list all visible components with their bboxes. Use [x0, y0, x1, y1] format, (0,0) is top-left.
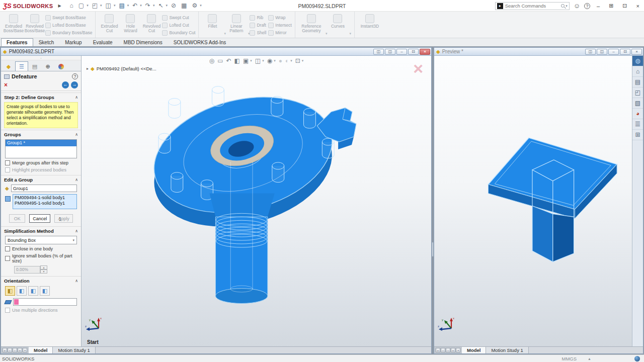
spin-up-button[interactable]: ▲ — [40, 265, 47, 269]
orientation-current-button[interactable]: ◧ — [5, 286, 15, 296]
swept-boss-button[interactable]: Swept Boss/Base — [45, 14, 92, 21]
edit-group-section-header[interactable]: Edit a Group — [4, 177, 75, 183]
home-taskpane-icon[interactable]: ⌂ — [632, 66, 643, 77]
orientation-right-button[interactable]: ◧ — [40, 286, 50, 296]
tab-solidworks-addins[interactable]: SOLIDWORKS Add-Ins — [168, 38, 231, 46]
help-icon[interactable]: ? — [584, 3, 590, 9]
preview-viewport[interactable]: x y z — [434, 56, 632, 346]
cancel-button[interactable]: Cancel — [29, 214, 50, 223]
simplification-section-header[interactable]: Simplification Method — [4, 228, 75, 234]
tree-expand-icon[interactable]: ▸ — [87, 66, 89, 71]
orientation-front-button[interactable]: ◧ — [17, 286, 27, 296]
new-caret-icon[interactable]: ▾ — [87, 4, 89, 8]
fillet-button[interactable]: Fillet — [202, 13, 223, 29]
step-collapse-icon[interactable]: ∧ — [75, 95, 78, 100]
view-settings-icon[interactable]: ⊡ — [295, 57, 300, 64]
draft-button[interactable]: Draft — [250, 22, 266, 29]
zoom-fit-icon[interactable]: ◎ — [209, 57, 214, 64]
simplification-method-select[interactable]: Bounding Box ▾ — [5, 236, 77, 244]
nav-first-icon[interactable]: « — [436, 348, 440, 352]
orientation-top-button[interactable]: ◧ — [28, 286, 38, 296]
select-icon[interactable]: ↖ — [156, 2, 165, 10]
nav-prev-icon[interactable]: ‹ — [441, 348, 445, 352]
minimize-button[interactable]: – — [594, 3, 602, 9]
appearances-icon[interactable]: ◕ — [632, 109, 643, 119]
units-indicator[interactable]: MMGS — [562, 356, 577, 361]
display-style-icon[interactable]: ◫ — [255, 57, 261, 64]
close-button[interactable]: × — [634, 3, 642, 9]
view-settings-caret-icon[interactable]: ▾ — [302, 59, 304, 63]
preview-close-button[interactable]: × — [631, 49, 642, 55]
shell-button[interactable]: Shell — [250, 29, 266, 36]
group-list-item[interactable]: Group1 * — [6, 140, 76, 146]
revolved-cut-button[interactable]: Revolved Cut — [141, 13, 162, 34]
undo-icon[interactable]: ↶ — [131, 2, 139, 10]
print-caret-icon[interactable]: ▾ — [127, 4, 129, 8]
scene-caret-icon[interactable]: ▾ — [290, 59, 292, 63]
pm-cancel-icon[interactable]: × — [4, 81, 60, 88]
revolved-boss-button[interactable]: Revolved Boss/Base — [24, 13, 45, 34]
direction-selection-field[interactable] — [13, 298, 77, 306]
preview-motion-study-tab[interactable]: Motion Study 1 — [486, 347, 528, 353]
search-caret-icon[interactable]: ▾ — [566, 4, 568, 8]
panel-splitter-handle[interactable]: ◦ — [1, 56, 81, 60]
preview-window-titlebar[interactable]: ◆ Preview * ◫ ◫ – ⊡ × — [434, 48, 643, 56]
search-commands-box[interactable]: ▸ ▾ — [495, 2, 570, 10]
nav-last-icon[interactable]: » — [451, 348, 455, 352]
undo-caret-icon[interactable]: ▾ — [140, 4, 142, 8]
body-list-item[interactable]: PM009495-1-solid body1 — [15, 201, 75, 206]
linear-pattern-button[interactable]: Linear Pattern — [226, 13, 247, 34]
view-orientation-icon[interactable]: ▣ — [243, 57, 249, 64]
groups-list[interactable]: Group1 * — [5, 139, 77, 158]
hide-show-caret-icon[interactable]: ▾ — [274, 59, 276, 63]
new-document-icon[interactable]: ▢ — [77, 2, 86, 10]
nav-last-icon[interactable]: » — [18, 348, 22, 352]
zoom-area-icon[interactable]: ▭ — [217, 57, 223, 64]
step-back-button[interactable]: ← — [62, 81, 69, 88]
pane-right-button[interactable]: ◫ — [385, 49, 395, 55]
preview-3d-view[interactable] — [434, 56, 632, 346]
spin-down-button[interactable]: ▼ — [40, 269, 47, 274]
groups-section-header[interactable]: Groups — [4, 132, 75, 137]
confirmation-corner-cancel-icon[interactable]: × — [413, 60, 423, 77]
window-layout-button[interactable]: ⊞ — [606, 3, 616, 9]
boundary-cut-button[interactable]: Boundary Cut — [162, 29, 195, 36]
section-view-icon[interactable]: ◧ — [234, 57, 240, 64]
home-icon[interactable]: ⌂ — [68, 2, 75, 10]
lofted-boss-button[interactable]: Lofted Boss/Base — [45, 22, 92, 29]
save-icon[interactable]: ◫ — [104, 2, 113, 10]
view-palette-icon[interactable]: ▧ — [632, 98, 643, 109]
extruded-boss-button[interactable]: Extruded Boss/Base — [3, 13, 24, 34]
tab-features[interactable]: Features — [1, 38, 33, 46]
swept-cut-button[interactable]: Swept Cut — [162, 14, 195, 21]
simplification-collapse-icon[interactable]: ∧ — [75, 229, 78, 233]
print-icon[interactable]: ▤ — [117, 2, 126, 10]
merge-groups-checkbox-row[interactable]: Merge groups after this step — [1, 159, 81, 166]
view-orientation-caret-icon[interactable]: ▾ — [250, 59, 252, 63]
nav-next-icon[interactable]: › — [13, 348, 17, 352]
motion-study-tab[interactable]: Motion Study 1 — [53, 347, 95, 353]
ignore-small-bodies-checkbox-row[interactable]: Ignore small bodies (% of part size) — [1, 252, 81, 264]
select-caret-icon[interactable]: ▾ — [166, 4, 168, 8]
preview-tab-nav-buttons[interactable]: « ‹ › » ▪ — [434, 347, 462, 353]
curves-caret-icon[interactable]: ▾ — [349, 32, 351, 36]
tab-mbd-dimensions[interactable]: MBD Dimensions — [118, 38, 168, 46]
apply-button[interactable]: Apply — [54, 214, 73, 223]
display-style-caret-icon[interactable]: ▾ — [262, 59, 264, 63]
feature-tree-flyout[interactable]: ▸ ◆ PM009492 (Default) <<De... — [87, 66, 156, 71]
model-restore-button[interactable]: ⊡ — [408, 49, 419, 55]
hole-wizard-button[interactable]: Hole Wizard — [120, 13, 141, 34]
preview-minimize-button[interactable]: – — [608, 49, 619, 55]
tab-evaluate[interactable]: Evaluate — [88, 38, 118, 46]
model-minimize-button[interactable]: – — [396, 49, 407, 55]
tab-markup[interactable]: Markup — [59, 38, 87, 46]
boundary-boss-button[interactable]: Boundary Boss/Base — [45, 29, 92, 36]
intersect-button[interactable]: Intersect — [268, 22, 292, 29]
group-name-input[interactable] — [11, 185, 77, 192]
reference-geometry-button[interactable]: Reference Geometry — [298, 13, 325, 34]
property-manager-tab[interactable]: ☰ — [15, 61, 28, 71]
addins-icon[interactable]: ⊞ — [632, 130, 643, 140]
group-bodies-list[interactable]: PM009494-1-solid body1 PM009495-1-solid … — [13, 194, 77, 209]
rib-button[interactable]: Rib — [250, 14, 266, 21]
dimxpert-manager-tab[interactable]: ⊕ — [41, 61, 54, 71]
